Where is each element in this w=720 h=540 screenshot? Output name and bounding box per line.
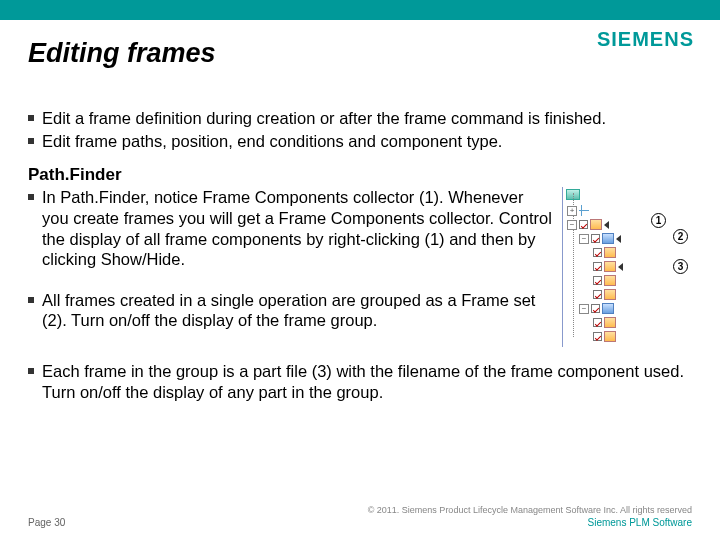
sketch-icon [579, 205, 591, 216]
slide-body: Edit a frame definition during creation … [28, 108, 692, 405]
callout-1: 1 [651, 213, 666, 228]
siemens-logo: SIEMENS [597, 28, 694, 51]
arrow-icon [604, 221, 609, 229]
tree-node [593, 247, 616, 258]
bullet-marker [28, 138, 34, 144]
bullet-marker [28, 297, 34, 303]
checkbox-icon [593, 248, 602, 257]
tree-node [593, 289, 616, 300]
slide-title: Editing frames [28, 38, 600, 69]
content-row: In Path.Finder, notice Frame Components … [28, 187, 692, 347]
text-column: In Path.Finder, notice Frame Components … [28, 187, 552, 333]
footer-brand: Siemens PLM Software [588, 517, 693, 528]
tree-column: + − − [562, 187, 692, 347]
callout-3: 3 [673, 259, 688, 274]
slide-footer: © 2011. Siemens Product Lifecycle Manage… [28, 505, 692, 528]
intro-bullets: Edit a frame definition during creation … [28, 108, 692, 151]
checkbox-icon [593, 276, 602, 285]
part-icon [604, 275, 616, 286]
expand-icon: + [567, 206, 577, 216]
checkbox-icon [593, 318, 602, 327]
bullet-item: In Path.Finder, notice Frame Components … [28, 187, 552, 270]
arrow-icon [616, 235, 621, 243]
part-icon [604, 289, 616, 300]
bullet-item: Edit frame paths, position, end conditio… [28, 131, 692, 152]
page-number: Page 30 [28, 517, 65, 528]
frameset-icon [602, 303, 614, 314]
bullet-item: All frames created in a single operation… [28, 290, 552, 331]
checkbox-icon [579, 220, 588, 229]
bullet-marker [28, 368, 34, 374]
checkbox-icon [593, 332, 602, 341]
accent-bar [0, 0, 720, 20]
tree-node: + [567, 205, 591, 216]
bullet-marker [28, 115, 34, 121]
tree-node [593, 317, 616, 328]
checkbox-icon [591, 304, 600, 313]
tree-node [593, 261, 623, 272]
bullet-item: Each frame in the group is a part file (… [28, 361, 692, 402]
tree-node [593, 275, 616, 286]
part-icon [604, 247, 616, 258]
bullet-item: Edit a frame definition during creation … [28, 108, 692, 129]
expand-icon: − [567, 220, 577, 230]
bullet-text: In Path.Finder, notice Frame Components … [42, 187, 552, 270]
bullet-text: Each frame in the group is a part file (… [42, 361, 692, 402]
expand-icon: − [579, 304, 589, 314]
slide-header: Editing frames [0, 20, 600, 90]
tree-node: − [567, 219, 609, 230]
part-icon [604, 331, 616, 342]
part-icon [604, 261, 616, 272]
bullet-text: Edit a frame definition during creation … [42, 108, 692, 129]
bullet-text: Edit frame paths, position, end conditio… [42, 131, 692, 152]
copyright-text: © 2011. Siemens Product Lifecycle Manage… [28, 505, 692, 515]
tree-node: − [579, 233, 621, 244]
expand-icon: − [579, 234, 589, 244]
tree-node [593, 331, 616, 342]
tree-node: − [579, 303, 614, 314]
part-icon [604, 317, 616, 328]
bullet-marker [28, 194, 34, 200]
frameset-icon [602, 233, 614, 244]
checkbox-icon [591, 234, 600, 243]
checkbox-icon [593, 262, 602, 271]
pathfinder-tree: + − − [562, 187, 692, 347]
section-heading: Path.Finder [28, 165, 692, 185]
checkbox-icon [593, 290, 602, 299]
callout-2: 2 [673, 229, 688, 244]
arrow-icon [618, 263, 623, 271]
collector-icon [590, 219, 602, 230]
bullet-text: All frames created in a single operation… [42, 290, 552, 331]
